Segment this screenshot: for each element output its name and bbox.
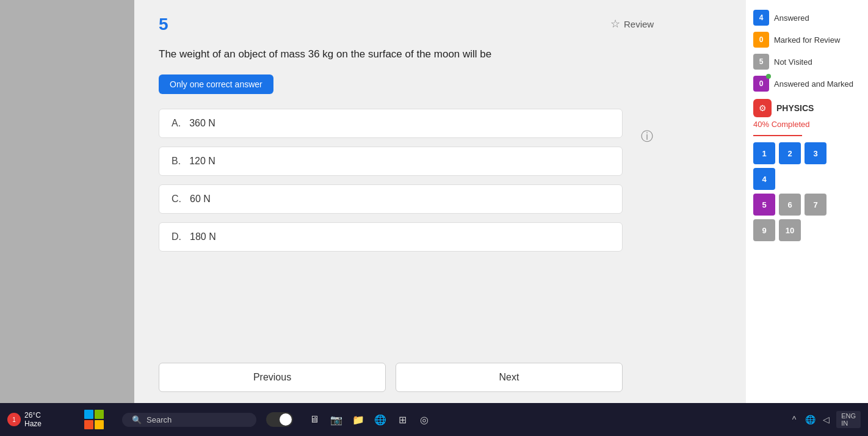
review-button[interactable]: ☆ Review xyxy=(610,17,654,31)
tray-sound[interactable]: ◁ xyxy=(820,414,831,425)
taskbar-tray: ^ 🌐 ◁ ENGIN xyxy=(789,411,861,428)
previous-button[interactable]: Previous xyxy=(159,363,386,392)
subject-icon: ⚙ xyxy=(753,99,772,117)
marked-box: 0 xyxy=(753,32,769,48)
question-grid: 1234567910 xyxy=(753,142,861,241)
right-panel: 4 Answered 0 Marked for Review 5 Not Vis… xyxy=(746,0,868,403)
review-label: Review xyxy=(624,19,654,29)
start-sq-2 xyxy=(95,410,104,419)
question-text: The weight of an object of mass 36 kg on… xyxy=(134,42,746,74)
q-num-btn-2[interactable]: 2 xyxy=(779,142,801,164)
q-num-btn-7[interactable]: 7 xyxy=(805,194,826,216)
weather-icon: 1 xyxy=(7,413,21,426)
option-a-text: 360 N xyxy=(189,118,215,129)
marked-label: Marked for Review xyxy=(774,35,840,45)
answered-box: 4 xyxy=(753,10,769,26)
weather-desc: Haze xyxy=(24,420,42,428)
toggle-knob xyxy=(280,413,292,426)
option-a-label: A. xyxy=(172,118,181,129)
weather-info: 26°C Haze xyxy=(24,411,42,428)
star-icon: ☆ xyxy=(610,17,620,31)
taskbar-globe-icon[interactable]: 🌐 xyxy=(374,413,387,426)
legend-answered-marked: 0 Answered and Marked xyxy=(753,76,861,92)
search-icon: 🔍 xyxy=(132,415,142,424)
answered-marked-box: 0 xyxy=(753,76,769,92)
answered-marked-dot xyxy=(766,74,771,79)
progress-underline xyxy=(753,135,802,136)
legend-answered: 4 Answered xyxy=(753,10,861,26)
option-c-text: 60 N xyxy=(190,194,211,205)
option-d[interactable]: D. 180 N xyxy=(159,222,623,252)
taskbar: 1 26°C Haze 🔍 Search 🖥 📷 📁 🌐 ⊞ ◎ ^ 🌐 ◁ E… xyxy=(0,403,868,436)
taskbar-toggle[interactable] xyxy=(266,412,293,427)
taskbar-settings-icon[interactable]: ⊞ xyxy=(396,413,409,426)
eng-indicator: ENGIN xyxy=(836,411,861,428)
q-num-btn-3[interactable]: 3 xyxy=(805,142,826,164)
taskbar-chrome-icon[interactable]: ◎ xyxy=(418,413,431,426)
question-number: 5 xyxy=(134,0,746,42)
search-label: Search xyxy=(146,415,172,424)
weather-temp: 26°C xyxy=(24,411,42,420)
start-button[interactable] xyxy=(84,410,104,429)
answer-type-label: Only one correct answer xyxy=(159,74,273,94)
not-visited-label: Not Visited xyxy=(774,57,812,67)
q-num-btn-5[interactable]: 5 xyxy=(753,194,775,216)
next-button[interactable]: Next xyxy=(396,363,623,392)
option-b-text: 120 N xyxy=(189,156,215,167)
main-content: 5 ☆ Review The weight of an object of ma… xyxy=(134,0,746,403)
info-icon[interactable]: ⓘ xyxy=(641,128,653,145)
nav-buttons: Previous Next xyxy=(159,363,623,392)
tray-chevron[interactable]: ^ xyxy=(789,414,800,425)
option-b[interactable]: B. 120 N xyxy=(159,147,623,176)
taskbar-camera-icon[interactable]: 📷 xyxy=(330,413,343,426)
start-sq-3 xyxy=(84,420,93,429)
taskbar-icons: 🖥 📷 📁 🌐 ⊞ ◎ xyxy=(308,413,431,426)
option-d-text: 180 N xyxy=(190,231,216,242)
answer-type-badge: Only one correct answer xyxy=(134,74,746,109)
progress-text: 40% Completed xyxy=(753,120,861,129)
option-b-label: B. xyxy=(172,156,181,167)
start-sq-1 xyxy=(84,410,93,419)
weather-widget: 1 26°C Haze xyxy=(7,411,42,428)
q-num-btn-1[interactable]: 1 xyxy=(753,142,775,164)
background-left xyxy=(0,0,134,436)
start-sq-4 xyxy=(95,420,104,429)
subject-header: ⚙ PHYSICS xyxy=(753,99,861,117)
legend-marked: 0 Marked for Review xyxy=(753,32,861,48)
option-a[interactable]: A. 360 N xyxy=(159,109,623,138)
not-visited-box: 5 xyxy=(753,54,769,70)
answered-marked-label: Answered and Marked xyxy=(774,79,853,89)
option-d-label: D. xyxy=(172,231,181,242)
subject-name: PHYSICS xyxy=(776,103,814,113)
options-container: A. 360 N B. 120 N C. 60 N D. 180 N xyxy=(134,109,746,252)
option-c[interactable]: C. 60 N xyxy=(159,184,623,214)
option-c-label: C. xyxy=(172,194,181,205)
taskbar-monitor-icon[interactable]: 🖥 xyxy=(308,413,321,426)
taskbar-search[interactable]: 🔍 Search xyxy=(122,413,256,427)
q-num-btn-9[interactable]: 9 xyxy=(753,219,775,241)
tray-network[interactable]: 🌐 xyxy=(805,414,816,425)
q-num-btn-10[interactable]: 10 xyxy=(779,219,801,241)
q-num-btn-4[interactable]: 4 xyxy=(753,168,775,190)
answered-label: Answered xyxy=(774,13,809,23)
q-num-btn-6[interactable]: 6 xyxy=(779,194,801,216)
legend-not-visited: 5 Not Visited xyxy=(753,54,861,70)
taskbar-folder-icon[interactable]: 📁 xyxy=(352,413,365,426)
